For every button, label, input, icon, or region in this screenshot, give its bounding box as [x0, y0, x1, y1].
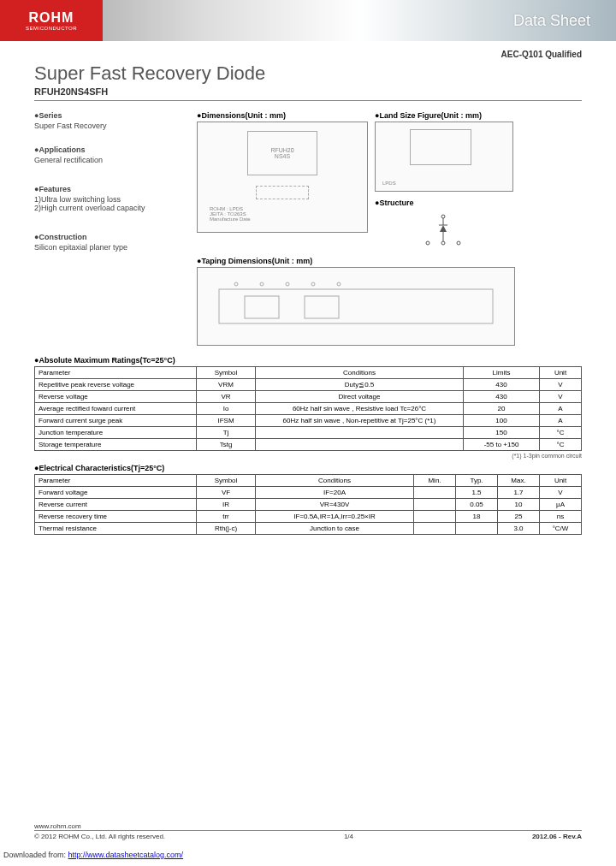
elec-table: Parameter Symbol Conditions Min. Typ. Ma…	[34, 474, 582, 535]
page-footer: www.rohm.com © 2012 ROHM Co., Ltd. All r…	[34, 822, 582, 840]
elec-title: ●Electrical Characteristics(Tj=25°C)	[34, 464, 582, 472]
logo-text: ROHM	[29, 10, 74, 26]
structure-diagram	[375, 209, 512, 252]
download-link[interactable]: http://www.datasheetcatalog.com/	[68, 851, 184, 859]
download-line: Downloaded from: http://www.datasheetcat…	[3, 851, 183, 859]
construction-body: Silicon epitaxial planer type	[34, 243, 188, 252]
svg-point-0	[426, 241, 429, 245]
taping-diagram	[197, 267, 515, 346]
table-header-row: Parameter Symbol Conditions Limits Unit	[35, 367, 582, 379]
series-head: ●Series	[34, 111, 188, 120]
rohm-logo: ROHM SEMICONDUCTOR	[0, 0, 103, 41]
series-body: Super Fast Recovery	[34, 122, 188, 130]
diode-icon	[418, 213, 469, 247]
datasheet-label: Data Sheet	[513, 12, 590, 30]
diagram-area: ●Dimensions(Unit : mm) RFUH20 NS4S ROHM …	[197, 111, 582, 346]
table-row: Average rectified foward currentIo60Hz h…	[35, 403, 582, 415]
table-row: Repetitive peak reverse voltageVRMDuty≦0…	[35, 379, 582, 391]
dimensions-diagram: RFUH20 NS4S ROHM : LPDS JEITA : TO263S M…	[197, 122, 368, 233]
table-row: Reverse voltageVRDirect voltage430V	[35, 391, 582, 403]
footer-rev: 2012.06 - Rev.A	[532, 833, 582, 840]
landsize-diagram: LPDS	[375, 122, 513, 192]
svg-point-12	[260, 282, 264, 286]
abs-max-section: ●Absolute Maximum Ratings(Tc=25°C) Param…	[34, 356, 582, 459]
landsize-label: ●Land Size Figure(Unit : mm)	[375, 111, 513, 120]
applications-head: ●Applications	[34, 145, 188, 154]
table-row: Forward voltageVFIF=20A1.51.7V	[35, 487, 582, 499]
logo-subtext: SEMICONDUCTOR	[26, 26, 77, 31]
svg-point-7	[441, 215, 445, 218]
header-gradient: Data Sheet	[103, 0, 616, 41]
svg-point-2	[457, 241, 460, 245]
svg-point-11	[234, 282, 238, 286]
table-row: Storage temperatureTstg-55 to +150°C	[35, 439, 582, 451]
package-leads	[256, 186, 309, 199]
table-row: Junction temperatureTj150°C	[35, 427, 582, 439]
features-head: ●Features	[34, 185, 188, 193]
upper-section: ●Series Super Fast Recovery ●Application…	[34, 111, 582, 346]
svg-marker-4	[440, 225, 447, 232]
part-number: RFUH20NS4SFH	[34, 86, 582, 97]
text-column: ●Series Super Fast Recovery ●Application…	[34, 111, 188, 346]
feature-2: 2)High current overload capacity	[34, 204, 188, 212]
structure-label: ●Structure	[375, 199, 513, 207]
feature-1: 1)Ultra low switching loss	[34, 195, 188, 204]
land-note: LPDS	[382, 181, 396, 186]
abs-max-title: ●Absolute Maximum Ratings(Tc=25°C)	[34, 356, 582, 365]
abs-max-footnote: (*1) 1-3pin common circuit	[34, 453, 582, 459]
package-note: ROHM : LPDS JEITA : TO263S Manufacture D…	[210, 206, 251, 222]
footer-url: www.rohm.com	[34, 822, 582, 830]
svg-point-13	[286, 282, 289, 286]
taping-svg	[202, 272, 510, 341]
qualification-label: AEC-Q101 Qualified	[34, 50, 582, 59]
abs-max-table: Parameter Symbol Conditions Limits Unit …	[34, 366, 582, 451]
content-area: AEC-Q101 Qualified Super Fast Recovery D…	[0, 41, 616, 535]
table-header-row: Parameter Symbol Conditions Min. Typ. Ma…	[35, 475, 582, 487]
package-outline: RFUH20 NS4S	[247, 131, 317, 175]
footer-divider	[34, 830, 582, 831]
download-prefix: Downloaded from:	[3, 851, 68, 859]
table-row: Reverse currentIRVR=430V0.0510μA	[35, 499, 582, 511]
table-row: Thermal resistanceRth(j-c)Junction to ca…	[35, 523, 582, 535]
taping-label: ●Taping Dimensions(Unit : mm)	[197, 257, 582, 265]
header-bar: ROHM SEMICONDUCTOR Data Sheet	[0, 0, 616, 41]
svg-point-15	[337, 282, 341, 286]
applications-body: General rectification	[34, 156, 188, 164]
footer-page: 1/4	[344, 833, 353, 840]
table-row: Reverse recovery timetrrIF=0.5A,IR=1A,Ir…	[35, 511, 582, 523]
elec-section: ●Electrical Characteristics(Tj=25°C) Par…	[34, 464, 582, 535]
svg-point-14	[311, 282, 315, 286]
footer-copyright: © 2012 ROHM Co., Ltd. All rights reserve…	[34, 833, 165, 840]
svg-point-1	[441, 241, 445, 245]
dimensions-label: ●Dimensions(Unit : mm)	[197, 111, 368, 120]
page-title: Super Fast Recovery Diode	[34, 62, 582, 85]
svg-rect-10	[305, 296, 339, 318]
title-divider	[34, 100, 582, 101]
datasheet-page: ROHM SEMICONDUCTOR Data Sheet AEC-Q101 Q…	[0, 0, 616, 866]
table-row: Forward current surge peakIFSM60Hz half …	[35, 415, 582, 427]
svg-rect-9	[245, 296, 279, 318]
construction-head: ●Construction	[34, 233, 188, 241]
